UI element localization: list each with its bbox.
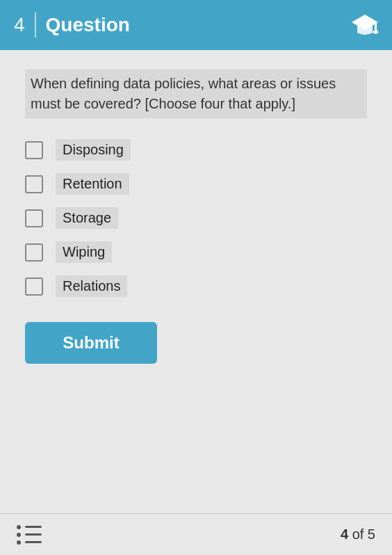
footer: 4 of 5 <box>0 513 392 555</box>
checkbox-retention[interactable] <box>25 175 43 193</box>
menu-list-icon[interactable] <box>17 525 42 545</box>
svg-point-2 <box>373 31 379 34</box>
list-item[interactable]: Storage <box>25 207 367 229</box>
menu-line-1 <box>17 525 42 529</box>
checkbox-disposing[interactable] <box>25 141 43 159</box>
menu-line-2 <box>17 533 42 537</box>
options-list: Disposing Retention Storage Wiping Relat… <box>25 139 367 297</box>
menu-bar <box>25 541 42 543</box>
question-number: 4 <box>14 14 25 36</box>
option-label-disposing: Disposing <box>56 139 131 161</box>
option-label-wiping: Wiping <box>56 241 112 263</box>
menu-bar <box>25 533 42 536</box>
pagination-total: of 5 <box>348 526 375 542</box>
option-label-relations: Relations <box>56 275 127 297</box>
graduation-cap-icon <box>352 13 378 37</box>
current-page: 4 <box>341 526 348 542</box>
submit-button[interactable]: Submit <box>25 322 157 364</box>
checkbox-relations[interactable] <box>25 278 43 296</box>
list-item[interactable]: Wiping <box>25 241 367 263</box>
list-item[interactable]: Disposing <box>25 139 367 161</box>
menu-bar <box>25 526 42 528</box>
menu-dot <box>17 525 21 529</box>
list-item[interactable]: Retention <box>25 173 367 195</box>
list-item[interactable]: Relations <box>25 275 367 297</box>
header-divider <box>35 13 36 38</box>
option-label-retention: Retention <box>56 173 129 195</box>
menu-line-3 <box>17 540 42 545</box>
menu-dot <box>17 540 21 545</box>
question-header: 4 Question <box>0 0 392 50</box>
svg-rect-1 <box>375 22 377 31</box>
question-text: When defining data policies, what areas … <box>25 70 367 118</box>
option-label-storage: Storage <box>56 207 118 229</box>
checkbox-wiping[interactable] <box>25 243 43 262</box>
main-content: When defining data policies, what areas … <box>0 50 392 513</box>
menu-dot <box>17 533 21 537</box>
pagination: 4 of 5 <box>341 526 375 542</box>
checkbox-storage[interactable] <box>25 209 43 227</box>
question-title: Question <box>46 14 352 36</box>
